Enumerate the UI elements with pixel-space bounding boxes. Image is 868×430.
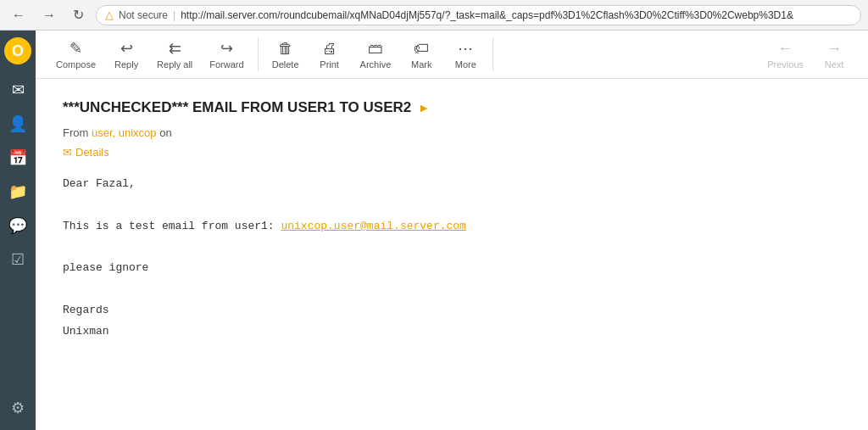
print-icon: 🖨	[322, 40, 337, 58]
sender-link[interactable]: user, unixcop	[92, 126, 159, 139]
compose-label: Compose	[56, 59, 96, 70]
toolbar-nav: ← Previous → Next	[760, 36, 854, 73]
main-content: ✎ Compose ↩ Reply ⇇ Reply all ↪ Forward …	[36, 31, 868, 430]
mark-label: Mark	[411, 59, 431, 70]
more-icon: ⋯	[458, 39, 473, 58]
reply-all-label: Reply all	[157, 59, 192, 70]
sidebar-item-tasks[interactable]: ☑	[3, 244, 33, 275]
details-button[interactable]: ✉ Details	[63, 146, 109, 159]
archive-button[interactable]: 🗃 Archive	[353, 36, 398, 73]
external-link-icon: ►	[418, 101, 430, 114]
url-text: http://mail.server.com/roundcubemail/xqM…	[181, 9, 793, 21]
delete-label: Delete	[272, 59, 299, 70]
reply-all-button[interactable]: ⇇ Reply all	[150, 36, 199, 73]
mark-button[interactable]: 🏷 Mark	[401, 36, 442, 73]
gear-icon: ⚙	[11, 399, 25, 417]
reply-label: Reply	[114, 59, 138, 70]
print-button[interactable]: 🖨 Print	[309, 36, 350, 73]
separator: |	[173, 9, 175, 21]
details-label: Details	[75, 146, 109, 159]
email-body: Dear Fazal, This is a test email from us…	[63, 176, 841, 340]
tasks-icon: ☑	[11, 250, 25, 269]
sidebar-item-folders[interactable]: 📁	[3, 176, 33, 207]
address-bar[interactable]: △ Not secure | http://mail.server.com/ro…	[96, 5, 861, 25]
previous-label: Previous	[767, 59, 804, 70]
body-line-blank-1	[63, 197, 841, 215]
next-icon: →	[826, 40, 842, 58]
archive-icon: 🗃	[368, 40, 383, 58]
print-label: Print	[320, 59, 339, 70]
archive-label: Archive	[360, 59, 392, 70]
toolbar-separator-2	[492, 37, 493, 71]
folder-icon: 📁	[8, 182, 27, 201]
forward-label: Forward	[209, 59, 243, 70]
reload-button[interactable]: ↻	[68, 3, 89, 26]
delete-icon: 🗑	[278, 40, 293, 58]
forward-button[interactable]: →	[37, 4, 61, 26]
forward-icon: ↪	[220, 39, 233, 58]
email-address-link[interactable]: unixcop.user@mail.server.com	[281, 220, 465, 232]
body-line-blank-2	[63, 238, 841, 256]
sidebar-item-chat[interactable]: 💬	[3, 210, 33, 241]
body-line-1: Dear Fazal,	[63, 176, 841, 193]
body-line-3: please ignore	[63, 260, 841, 277]
back-button[interactable]: ←	[7, 4, 31, 26]
toolbar: ✎ Compose ↩ Reply ⇇ Reply all ↪ Forward …	[36, 31, 868, 79]
sidebar-item-calendar[interactable]: 📅	[3, 142, 33, 173]
next-button[interactable]: → Next	[814, 36, 854, 73]
chat-icon: 💬	[8, 216, 27, 235]
subject-text: ***UNCHECKED*** EMAIL FROM USER1 TO USER…	[63, 99, 411, 116]
contacts-icon: 👤	[8, 114, 27, 133]
warning-icon: △	[105, 8, 114, 21]
on-label: on	[159, 126, 171, 139]
next-label: Next	[825, 59, 844, 70]
body-line-2: This is a test email from user1: unixcop…	[63, 218, 841, 236]
from-label: From	[63, 126, 88, 139]
previous-button[interactable]: ← Previous	[760, 36, 810, 73]
email-icon: ✉	[12, 81, 25, 99]
delete-button[interactable]: 🗑 Delete	[265, 36, 306, 73]
app-container: O ✉ 👤 📅 📁 💬 ☑ ⚙ ✎ Compose	[0, 31, 868, 430]
email-from: From user, unixcop on	[63, 126, 841, 139]
not-secure-label: Not secure	[119, 9, 168, 21]
email-subject: ***UNCHECKED*** EMAIL FROM USER1 TO USER…	[63, 99, 841, 116]
sidebar-item-settings[interactable]: ⚙	[3, 393, 33, 423]
forward-button[interactable]: ↪ Forward	[203, 36, 250, 73]
app-logo[interactable]: O	[4, 37, 31, 64]
reply-icon: ↩	[120, 39, 133, 58]
body-line-5: Unixman	[63, 323, 841, 341]
compose-button[interactable]: ✎ Compose	[49, 36, 103, 73]
details-envelope-icon: ✉	[63, 146, 72, 159]
browser-chrome: ← → ↻ △ Not secure | http://mail.server.…	[0, 0, 868, 31]
more-label: More	[455, 59, 476, 70]
sidebar-item-contacts[interactable]: 👤	[3, 109, 33, 139]
reply-button[interactable]: ↩ Reply	[106, 36, 147, 73]
calendar-icon: 📅	[8, 148, 27, 167]
body-line-blank-3	[63, 281, 841, 299]
body-line-4: Regards	[63, 302, 841, 320]
more-button[interactable]: ⋯ More	[445, 36, 486, 73]
email-view: ***UNCHECKED*** EMAIL FROM USER1 TO USER…	[36, 79, 868, 430]
reply-all-icon: ⇇	[169, 39, 181, 58]
compose-icon: ✎	[70, 39, 82, 58]
toolbar-separator-1	[258, 37, 259, 71]
sidebar-item-email[interactable]: ✉	[3, 75, 33, 105]
sidebar: O ✉ 👤 📅 📁 💬 ☑ ⚙	[0, 31, 36, 430]
previous-icon: ←	[778, 40, 793, 58]
mark-icon: 🏷	[414, 40, 429, 58]
